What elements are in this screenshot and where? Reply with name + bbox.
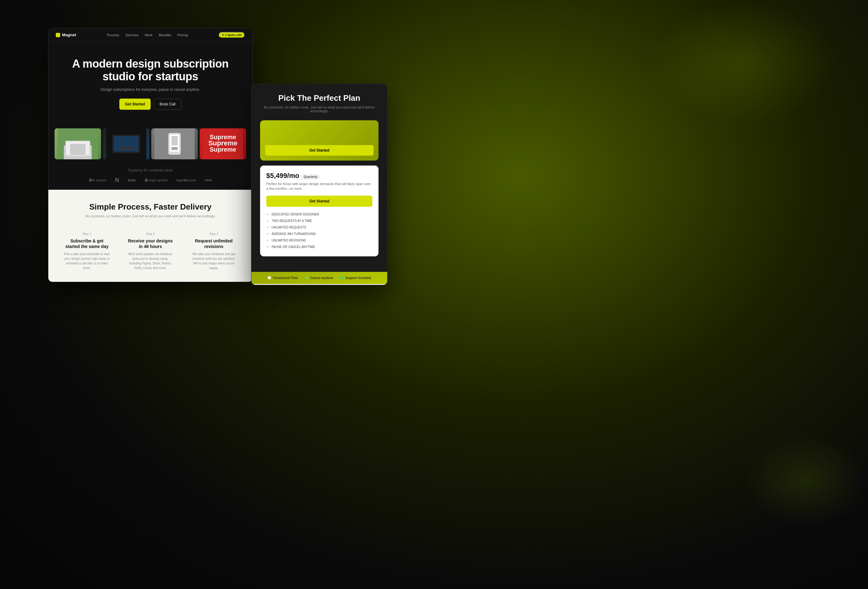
step-2-desc: We'll send updates via whatever tools yo… [126, 252, 175, 270]
check-icon-2: ✓ [266, 219, 269, 223]
bg-blur-decoration-2 [744, 434, 868, 527]
badge-support: Support included [340, 276, 371, 280]
price-badge: Quarterly [301, 174, 320, 180]
logo-text: Magnet [62, 32, 76, 37]
svg-rect-3 [66, 142, 89, 155]
pricing-gradient-band: d for design work and a Get Started [260, 120, 378, 161]
feature-6: ✓ PAUSE OR CANCEL ANYTIME [266, 244, 372, 250]
client-logo-2: N [115, 177, 119, 183]
pricing-card: $5,499/mo Quarterly Perfect for those wi… [260, 165, 378, 256]
pricing-footer-badges: Turnaround Time Cancel anytime Support i… [251, 272, 387, 284]
hero-buttons: Get Started Book Call [61, 99, 240, 110]
logo-icon [56, 33, 60, 37]
secondary-browser-window: Pick The Perfect Plan No contracts, no h… [251, 84, 388, 285]
navigation: Magnet Process Services Work Benefits Pr… [48, 28, 252, 42]
main-browser-window: Magnet Process Services Work Benefits Pr… [48, 28, 252, 282]
trusted-label: Trusted by 40+ worldwide clients [48, 169, 252, 172]
hero-title: A modern design subscription studio for … [61, 58, 240, 83]
client-logo-1: ⊕+ ipsum [89, 178, 106, 183]
badge-cancel-dot [306, 276, 309, 279]
check-icon-3: ✓ [266, 225, 269, 229]
price-header: $5,499/mo Quarterly [266, 172, 372, 180]
get-started-button[interactable]: Get Started [120, 99, 151, 110]
feature-3: ✓ UNLIMITED REQUESTS [266, 224, 372, 231]
feature-2: ✓ TWO REQUESTS AT A TIME [266, 218, 372, 224]
check-icon-1: ✓ [266, 213, 269, 216]
process-title: Simple Process, Faster Delivery [58, 202, 243, 212]
svg-rect-12 [171, 147, 178, 150]
step-3-card: Step 3 Request unlimited revisions We ta… [185, 227, 243, 275]
nav-process[interactable]: Process [107, 33, 120, 37]
check-icon-5: ✓ [266, 238, 269, 242]
feature-1: ✓ DEDICATED SENIOR DESIGNER [266, 211, 372, 218]
image-gallery: Supreme Supreme Supreme [48, 128, 252, 159]
step-1-title: Subscribe & get started the same day [63, 238, 111, 249]
svg-text:Supreme: Supreme [210, 146, 236, 153]
client-logo-5: logo⊕ipsum [176, 178, 196, 182]
testimonials-section: What our clients say about us No contrac… [251, 284, 387, 285]
process-section: Simple Process, Faster Delivery No contr… [48, 190, 252, 282]
spots-badge[interactable]: ✦ 2 Spots Left! [218, 32, 245, 38]
step-1-label: Step 1 [63, 232, 111, 236]
svg-rect-7 [118, 147, 134, 149]
nav-services[interactable]: Services [125, 33, 139, 37]
gallery-image-1 [55, 128, 101, 159]
book-call-button[interactable]: Book Call [154, 99, 182, 110]
nav-work[interactable]: Work [145, 33, 152, 37]
gallery-image-4: Supreme Supreme Supreme [200, 128, 246, 159]
step-3-title: Request unlimited revisions [189, 238, 238, 249]
logo-strip: ⊕+ ipsum N ∞∞ ⊕ logo ipsum logo⊕ipsum ∞∞ [48, 177, 252, 190]
badge-support-label: Support included [345, 276, 371, 280]
step-2-title: Receive your designs in 48 hours [126, 238, 175, 249]
step-2-label: Step 2 [126, 232, 175, 236]
step-1-desc: Pick a plan and subscribe to start your … [63, 252, 111, 270]
step-1-card: Step 1 Subscribe & get started the same … [58, 227, 116, 275]
gradient-get-started-button[interactable]: Get Started [265, 145, 373, 156]
badge-turnaround-label: Turnaround Time [273, 276, 298, 280]
client-logo-3: ∞∞ [128, 177, 136, 183]
badge-turnaround: Turnaround Time [268, 276, 298, 280]
step-2-card: Step 2 Receive your designs in 48 hours … [121, 227, 180, 275]
feature-5: ✓ UNLIMITED REVISIONS [266, 237, 372, 244]
client-logo-4: ⊕ logo ipsum [145, 178, 168, 183]
process-subtitle: No contracts, no hidden costs. Just tell… [58, 214, 243, 218]
svg-rect-11 [171, 136, 178, 145]
price-description: Perfect for those with larger design dem… [266, 182, 372, 191]
feature-list: ✓ DEDICATED SENIOR DESIGNER ✓ TWO REQUES… [266, 211, 372, 250]
step-3-label: Step 3 [189, 232, 238, 236]
badge-cancel: Cancel anytime [306, 276, 333, 280]
pricing-section: Pick The Perfect Plan No contracts, no h… [251, 84, 387, 272]
steps-grid: Step 1 Subscribe & get started the same … [58, 227, 243, 275]
gallery-image-2 [103, 128, 149, 159]
pricing-subtitle: No contracts, no hidden costs. Just tell… [260, 105, 378, 113]
svg-text:Supreme: Supreme [210, 134, 236, 140]
price-amount: $5,499/mo [266, 172, 299, 180]
badge-cancel-label: Cancel anytime [310, 276, 333, 280]
client-logo-6: ∞∞ [205, 177, 212, 183]
gallery-image-3 [151, 128, 198, 159]
pricing-get-started-button[interactable]: Get Started [266, 196, 372, 207]
logo[interactable]: Magnet [56, 32, 76, 37]
feature-4: ✓ AVERAGE 48H TURNAROUND [266, 231, 372, 237]
nav-pricing[interactable]: Pricing [177, 33, 188, 37]
nav-links: Process Services Work Benefits Pricing [107, 33, 188, 37]
nav-benefits[interactable]: Benefits [159, 33, 171, 37]
hero-subtitle: Design subscriptions for everyone, pause… [61, 87, 240, 92]
hero-section: A modern design subscription studio for … [48, 42, 252, 128]
badge-support-dot [340, 276, 344, 279]
badge-turnaround-dot [268, 276, 271, 279]
check-icon-4: ✓ [266, 232, 269, 236]
step-3-desc: We take your feedback and get revisions … [189, 252, 238, 270]
bg-blur-decoration-1 [651, 0, 837, 124]
pricing-title: Pick The Perfect Plan [260, 93, 378, 103]
check-icon-6: ✓ [266, 245, 269, 249]
